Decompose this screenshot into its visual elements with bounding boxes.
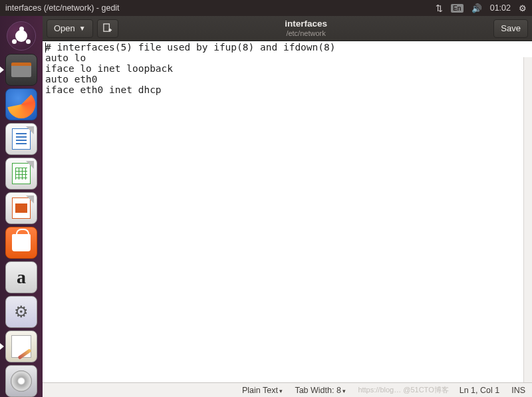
clock[interactable]: 01:02 [490, 3, 511, 13]
document-path: /etc/network [122, 29, 490, 37]
chevron-down-icon: ▼ [79, 25, 86, 32]
top-panel-indicators: ⇅ En 🔊 01:02 ⚙ [436, 3, 527, 13]
launcher-files[interactable] [5, 54, 38, 86]
firefox-icon [5, 88, 37, 120]
open-button[interactable]: Open ▼ [47, 19, 93, 38]
launcher: a ⚙ [0, 16, 43, 397]
watermark-text: https://blog… @51CTO博客 [358, 385, 448, 395]
sound-icon[interactable]: 🔊 [471, 3, 482, 13]
open-button-label: Open [54, 23, 75, 33]
cursor-position: Ln 1, Col 1 [460, 386, 499, 395]
files-icon [5, 54, 37, 86]
editor-content: # interfaces(5) file used by ifup(8) and… [45, 42, 336, 95]
amazon-icon: a [5, 261, 37, 293]
libreoffice-impress-icon [5, 192, 37, 224]
launcher-libre-impress[interactable] [5, 192, 38, 224]
libreoffice-writer-icon [5, 123, 37, 155]
save-button-label: Save [501, 23, 521, 33]
launcher-gedit[interactable] [5, 331, 38, 362]
ubuntu-logo-icon [7, 21, 36, 51]
keyboard-lang-indicator[interactable]: En [451, 4, 464, 13]
new-document-icon [102, 23, 112, 33]
window-title: interfaces (/etc/network) - gedit [5, 3, 436, 13]
insert-mode: INS [511, 386, 525, 395]
launcher-software[interactable] [5, 227, 38, 259]
launcher-amazon[interactable]: a [5, 261, 38, 293]
launcher-dash[interactable] [5, 20, 38, 51]
top-panel: interfaces (/etc/network) - gedit ⇅ En 🔊… [0, 0, 532, 16]
gear-icon[interactable]: ⚙ [519, 3, 527, 13]
document-title: interfaces [122, 19, 490, 29]
vertical-scrollbar[interactable] [523, 57, 532, 382]
disc-icon [5, 365, 37, 397]
settings-icon: ⚙ [5, 296, 37, 328]
launcher-settings[interactable]: ⚙ [5, 296, 38, 328]
syntax-selector[interactable]: Plain Text [242, 386, 283, 395]
status-bar: Plain Text Tab Width: 8 https://blog… @5… [43, 382, 532, 397]
new-tab-button[interactable] [97, 19, 118, 38]
software-center-icon [5, 227, 37, 259]
save-button[interactable]: Save [493, 19, 528, 38]
header-title-area: interfaces /etc/network [122, 19, 490, 37]
launcher-firefox[interactable] [5, 88, 38, 120]
svg-rect-0 [104, 24, 109, 31]
gedit-icon [5, 331, 37, 362]
libreoffice-calc-icon [5, 158, 37, 190]
launcher-libre-writer[interactable] [5, 123, 38, 155]
network-icon[interactable]: ⇅ [436, 3, 443, 13]
tab-width-selector[interactable]: Tab Width: 8 [295, 386, 346, 395]
header-bar: Open ▼ interfaces /etc/network Save [43, 16, 532, 41]
launcher-libre-calc[interactable] [5, 158, 38, 190]
launcher-disc[interactable] [5, 365, 38, 397]
gedit-window: Open ▼ interfaces /etc/network Save # in… [43, 16, 532, 397]
text-editor[interactable]: # interfaces(5) file used by ifup(8) and… [43, 41, 532, 382]
